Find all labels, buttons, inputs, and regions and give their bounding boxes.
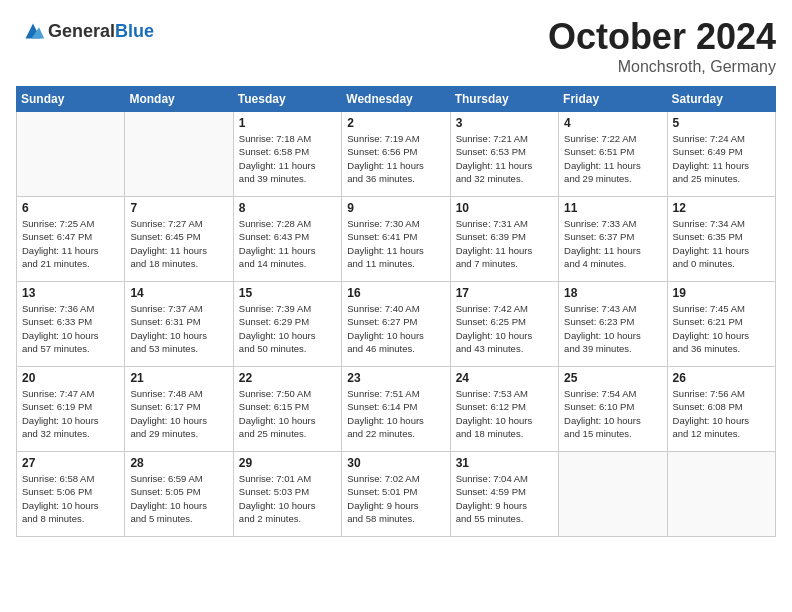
cell-info: Sunrise: 7:28 AMSunset: 6:43 PMDaylight:… xyxy=(239,217,336,270)
day-number: 12 xyxy=(673,201,770,215)
day-number: 9 xyxy=(347,201,444,215)
day-number: 7 xyxy=(130,201,227,215)
cell-info: Sunrise: 7:45 AMSunset: 6:21 PMDaylight:… xyxy=(673,302,770,355)
day-number: 19 xyxy=(673,286,770,300)
cell-info: Sunrise: 7:04 AMSunset: 4:59 PMDaylight:… xyxy=(456,472,553,525)
cell-info: Sunrise: 7:42 AMSunset: 6:25 PMDaylight:… xyxy=(456,302,553,355)
calendar-cell: 30Sunrise: 7:02 AMSunset: 5:01 PMDayligh… xyxy=(342,452,450,537)
calendar-cell: 7Sunrise: 7:27 AMSunset: 6:45 PMDaylight… xyxy=(125,197,233,282)
month-title: October 2024 xyxy=(548,16,776,58)
column-header-monday: Monday xyxy=(125,87,233,112)
day-number: 17 xyxy=(456,286,553,300)
calendar-cell: 14Sunrise: 7:37 AMSunset: 6:31 PMDayligh… xyxy=(125,282,233,367)
cell-info: Sunrise: 7:25 AMSunset: 6:47 PMDaylight:… xyxy=(22,217,119,270)
cell-info: Sunrise: 7:27 AMSunset: 6:45 PMDaylight:… xyxy=(130,217,227,270)
calendar-table: SundayMondayTuesdayWednesdayThursdayFrid… xyxy=(16,86,776,537)
cell-info: Sunrise: 7:33 AMSunset: 6:37 PMDaylight:… xyxy=(564,217,661,270)
calendar-cell: 26Sunrise: 7:56 AMSunset: 6:08 PMDayligh… xyxy=(667,367,775,452)
calendar-cell xyxy=(17,112,125,197)
calendar-cell: 21Sunrise: 7:48 AMSunset: 6:17 PMDayligh… xyxy=(125,367,233,452)
cell-info: Sunrise: 7:53 AMSunset: 6:12 PMDaylight:… xyxy=(456,387,553,440)
cell-info: Sunrise: 7:21 AMSunset: 6:53 PMDaylight:… xyxy=(456,132,553,185)
cell-info: Sunrise: 7:22 AMSunset: 6:51 PMDaylight:… xyxy=(564,132,661,185)
cell-info: Sunrise: 7:31 AMSunset: 6:39 PMDaylight:… xyxy=(456,217,553,270)
day-number: 23 xyxy=(347,371,444,385)
day-number: 22 xyxy=(239,371,336,385)
logo: GeneralBlue xyxy=(16,16,154,46)
day-number: 20 xyxy=(22,371,119,385)
day-number: 24 xyxy=(456,371,553,385)
calendar-cell: 29Sunrise: 7:01 AMSunset: 5:03 PMDayligh… xyxy=(233,452,341,537)
day-number: 26 xyxy=(673,371,770,385)
calendar-cell: 9Sunrise: 7:30 AMSunset: 6:41 PMDaylight… xyxy=(342,197,450,282)
day-number: 5 xyxy=(673,116,770,130)
day-number: 8 xyxy=(239,201,336,215)
day-number: 13 xyxy=(22,286,119,300)
column-header-saturday: Saturday xyxy=(667,87,775,112)
calendar-week-row: 1Sunrise: 7:18 AMSunset: 6:58 PMDaylight… xyxy=(17,112,776,197)
day-number: 1 xyxy=(239,116,336,130)
cell-info: Sunrise: 7:24 AMSunset: 6:49 PMDaylight:… xyxy=(673,132,770,185)
day-number: 21 xyxy=(130,371,227,385)
calendar-cell: 6Sunrise: 7:25 AMSunset: 6:47 PMDaylight… xyxy=(17,197,125,282)
calendar-cell: 12Sunrise: 7:34 AMSunset: 6:35 PMDayligh… xyxy=(667,197,775,282)
cell-info: Sunrise: 7:50 AMSunset: 6:15 PMDaylight:… xyxy=(239,387,336,440)
day-number: 29 xyxy=(239,456,336,470)
cell-info: Sunrise: 7:36 AMSunset: 6:33 PMDaylight:… xyxy=(22,302,119,355)
calendar-cell: 17Sunrise: 7:42 AMSunset: 6:25 PMDayligh… xyxy=(450,282,558,367)
calendar-week-row: 6Sunrise: 7:25 AMSunset: 6:47 PMDaylight… xyxy=(17,197,776,282)
calendar-cell: 10Sunrise: 7:31 AMSunset: 6:39 PMDayligh… xyxy=(450,197,558,282)
calendar-cell: 25Sunrise: 7:54 AMSunset: 6:10 PMDayligh… xyxy=(559,367,667,452)
calendar-cell: 16Sunrise: 7:40 AMSunset: 6:27 PMDayligh… xyxy=(342,282,450,367)
location-title: Monchsroth, Germany xyxy=(548,58,776,76)
title-area: October 2024 Monchsroth, Germany xyxy=(548,16,776,76)
logo-text-general: General xyxy=(48,21,115,41)
day-number: 14 xyxy=(130,286,227,300)
day-number: 28 xyxy=(130,456,227,470)
day-number: 30 xyxy=(347,456,444,470)
calendar-cell: 5Sunrise: 7:24 AMSunset: 6:49 PMDaylight… xyxy=(667,112,775,197)
cell-info: Sunrise: 7:02 AMSunset: 5:01 PMDaylight:… xyxy=(347,472,444,525)
day-number: 3 xyxy=(456,116,553,130)
cell-info: Sunrise: 7:30 AMSunset: 6:41 PMDaylight:… xyxy=(347,217,444,270)
calendar-cell: 20Sunrise: 7:47 AMSunset: 6:19 PMDayligh… xyxy=(17,367,125,452)
calendar-cell xyxy=(125,112,233,197)
day-number: 2 xyxy=(347,116,444,130)
day-number: 27 xyxy=(22,456,119,470)
calendar-cell: 13Sunrise: 7:36 AMSunset: 6:33 PMDayligh… xyxy=(17,282,125,367)
calendar-cell xyxy=(667,452,775,537)
cell-info: Sunrise: 7:51 AMSunset: 6:14 PMDaylight:… xyxy=(347,387,444,440)
day-number: 16 xyxy=(347,286,444,300)
calendar-week-row: 27Sunrise: 6:58 AMSunset: 5:06 PMDayligh… xyxy=(17,452,776,537)
calendar-cell: 2Sunrise: 7:19 AMSunset: 6:56 PMDaylight… xyxy=(342,112,450,197)
calendar-cell: 22Sunrise: 7:50 AMSunset: 6:15 PMDayligh… xyxy=(233,367,341,452)
calendar-cell: 19Sunrise: 7:45 AMSunset: 6:21 PMDayligh… xyxy=(667,282,775,367)
calendar-cell: 15Sunrise: 7:39 AMSunset: 6:29 PMDayligh… xyxy=(233,282,341,367)
cell-info: Sunrise: 7:47 AMSunset: 6:19 PMDaylight:… xyxy=(22,387,119,440)
logo-text-blue: Blue xyxy=(115,21,154,41)
calendar-cell: 24Sunrise: 7:53 AMSunset: 6:12 PMDayligh… xyxy=(450,367,558,452)
column-header-sunday: Sunday xyxy=(17,87,125,112)
calendar-cell: 4Sunrise: 7:22 AMSunset: 6:51 PMDaylight… xyxy=(559,112,667,197)
calendar-week-row: 20Sunrise: 7:47 AMSunset: 6:19 PMDayligh… xyxy=(17,367,776,452)
cell-info: Sunrise: 7:48 AMSunset: 6:17 PMDaylight:… xyxy=(130,387,227,440)
cell-info: Sunrise: 6:58 AMSunset: 5:06 PMDaylight:… xyxy=(22,472,119,525)
logo-icon xyxy=(18,16,48,46)
calendar-cell: 27Sunrise: 6:58 AMSunset: 5:06 PMDayligh… xyxy=(17,452,125,537)
day-number: 4 xyxy=(564,116,661,130)
calendar-cell: 31Sunrise: 7:04 AMSunset: 4:59 PMDayligh… xyxy=(450,452,558,537)
cell-info: Sunrise: 7:54 AMSunset: 6:10 PMDaylight:… xyxy=(564,387,661,440)
day-number: 15 xyxy=(239,286,336,300)
page-header: GeneralBlue October 2024 Monchsroth, Ger… xyxy=(16,16,776,76)
calendar-cell: 3Sunrise: 7:21 AMSunset: 6:53 PMDaylight… xyxy=(450,112,558,197)
cell-info: Sunrise: 7:43 AMSunset: 6:23 PMDaylight:… xyxy=(564,302,661,355)
cell-info: Sunrise: 7:34 AMSunset: 6:35 PMDaylight:… xyxy=(673,217,770,270)
calendar-cell: 23Sunrise: 7:51 AMSunset: 6:14 PMDayligh… xyxy=(342,367,450,452)
column-header-thursday: Thursday xyxy=(450,87,558,112)
day-number: 6 xyxy=(22,201,119,215)
calendar-week-row: 13Sunrise: 7:36 AMSunset: 6:33 PMDayligh… xyxy=(17,282,776,367)
column-header-wednesday: Wednesday xyxy=(342,87,450,112)
column-header-tuesday: Tuesday xyxy=(233,87,341,112)
cell-info: Sunrise: 7:39 AMSunset: 6:29 PMDaylight:… xyxy=(239,302,336,355)
cell-info: Sunrise: 7:01 AMSunset: 5:03 PMDaylight:… xyxy=(239,472,336,525)
